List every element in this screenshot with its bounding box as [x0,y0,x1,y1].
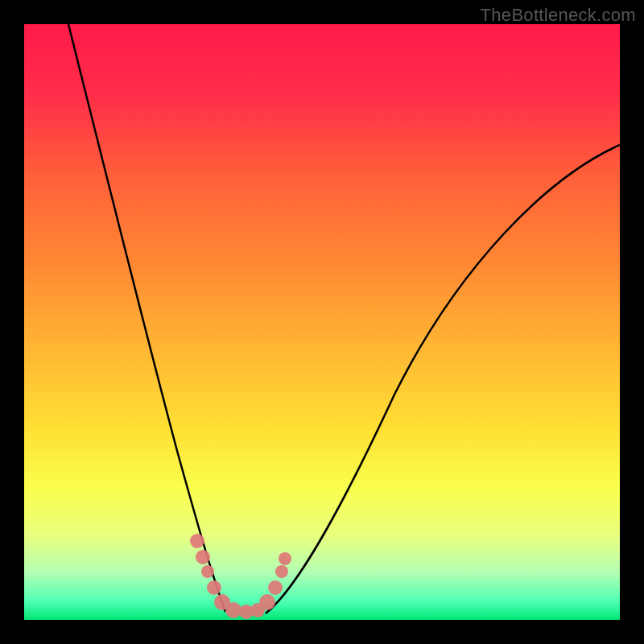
svg-point-9 [259,594,275,610]
chart-curves [24,24,620,620]
svg-point-6 [225,602,242,618]
curve-left [68,24,225,612]
svg-point-10 [268,580,283,595]
svg-point-2 [196,550,210,564]
svg-point-4 [207,580,221,595]
svg-point-3 [201,565,214,578]
svg-point-11 [275,565,288,578]
svg-point-12 [279,552,291,565]
watermark: TheBottleneck.com [481,5,636,26]
svg-point-1 [190,534,204,548]
curve-right [266,145,620,613]
